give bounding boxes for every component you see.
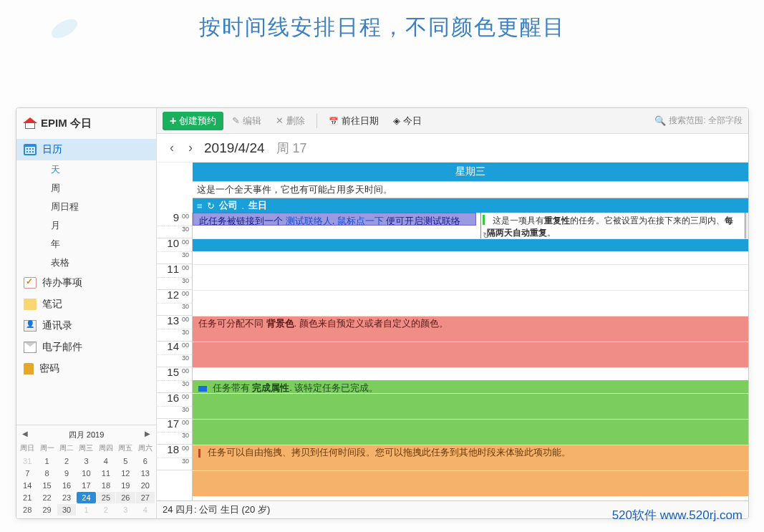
mini-cal-day[interactable]: 3 [77,455,95,467]
tooltip-marker [483,215,485,225]
birthday-event[interactable]: ≡ 公司. 生日 [193,198,748,213]
mini-cal-prev[interactable]: ◀ [22,430,28,437]
nav-view-grid[interactable]: 表格 [16,253,156,272]
mini-cal-day[interactable]: 10 [77,468,95,479]
mini-cal-day[interactable]: 1 [37,455,56,467]
current-date: 2019/4/24 [204,140,265,156]
mini-cal-day[interactable]: 27 [136,492,155,503]
mini-cal-day[interactable]: 19 [116,480,135,491]
time-column: 9003010003011003012003013003014003015003… [157,213,193,500]
password-icon [24,363,34,374]
mini-cal-day[interactable]: 5 [116,455,135,467]
mini-cal-day[interactable]: 21 [18,492,37,503]
today-icon [393,115,400,126]
nav-mail-label: 电子邮件 [42,341,82,354]
mini-cal-day[interactable]: 31 [18,455,37,467]
current-week: 周 17 [276,140,307,157]
next-day-button[interactable]: › [185,139,195,157]
mini-cal-day[interactable]: 24 [77,492,95,503]
e1-link-contact[interactable]: 测试联络人 [286,216,332,226]
mini-cal-next[interactable]: ▶ [145,430,150,437]
toolbar: 创建预约 编辑 删除 前往日期 今日 搜索范围: 全部字段 [157,108,748,134]
delete-icon [276,115,284,126]
search-box[interactable]: 搜索范围: 全部字段 [654,115,743,127]
today-button[interactable]: 今日 [387,112,427,130]
home-icon [24,119,37,129]
nav-mail[interactable]: 电子邮件 [16,337,156,358]
allday-event[interactable]: 这是一个全天事件，它也有可能占用多天时间。 [193,181,748,198]
mini-cal-day[interactable]: 8 [37,468,56,479]
edit-label: 编辑 [243,115,261,127]
recurring-icon [207,200,215,211]
mini-cal-day[interactable]: 16 [57,480,76,491]
mini-cal-day[interactable]: 1 [77,504,95,516]
prev-day-button[interactable]: ‹ [167,139,177,157]
calendar-icon [24,144,37,155]
mini-cal-day[interactable]: 9 [57,468,76,479]
search-placeholder: 搜索范围: 全部字段 [669,115,743,127]
delete-button[interactable]: 删除 [270,112,311,130]
mini-cal-day[interactable]: 28 [18,504,37,516]
mini-cal-day[interactable]: 26 [116,492,135,503]
app-window: EPIM 今日 日历 天 周 周日程 月 年 表格 待办事项 笔记 通讯录 [16,107,749,519]
mini-cal-day[interactable]: 23 [57,492,76,503]
nav-todo[interactable]: 待办事项 [16,272,156,294]
schedule-grid: 9003010003011003012003013003014003015003… [157,213,748,500]
mini-cal-day[interactable]: 13 [136,468,155,479]
nav-notes[interactable]: 笔记 [16,294,156,315]
mini-cal-day[interactable]: 20 [136,480,155,491]
mini-cal-day[interactable]: 30 [57,504,76,516]
mini-calendar: ◀ 四月 2019 ▶ 周日周一周二周三周四周五周六31123456789101… [16,425,156,518]
mini-cal-day[interactable]: 3 [116,504,135,516]
new-appointment-button[interactable]: 创建预约 [163,112,223,130]
event-column[interactable]: 此任务被链接到一个 测试联络人. 鼠标点一下 便可开启测试联络人。 这是一项具有… [193,213,748,500]
nav-view-week-agenda[interactable]: 周日程 [16,198,156,216]
mini-cal-day[interactable]: 12 [116,468,135,479]
completed-tag-icon [198,386,207,392]
nav-password[interactable]: 密码 [16,358,156,379]
nav-view-month[interactable]: 月 [16,216,156,235]
nav-view-day[interactable]: 天 [16,160,156,179]
mini-cal-day[interactable]: 15 [37,480,56,491]
mini-cal-day[interactable]: 29 [37,504,56,516]
nav-contacts-label: 通讯录 [42,319,72,332]
e1-link-click[interactable]: 鼠标点一下 [337,216,384,226]
nav-view-year[interactable]: 年 [16,235,156,253]
mini-cal-day[interactable]: 4 [136,504,155,516]
mail-icon [24,342,37,353]
goto-date-button[interactable]: 前往日期 [323,112,385,130]
nav-contacts[interactable]: 通讯录 [16,315,156,337]
nav-notes-label: 笔记 [42,298,62,311]
mini-cal-day[interactable]: 18 [97,480,115,491]
nav-password-label: 密码 [39,362,59,375]
birthday-label: 生日 [248,199,267,212]
mini-cal-day[interactable]: 17 [77,480,95,491]
goto-icon [329,115,339,126]
mini-cal-day[interactable]: 14 [18,480,37,491]
divider [316,114,317,128]
event-linked-contact[interactable]: 此任务被链接到一个 测试联络人. 鼠标点一下 便可开启测试联络人。 [193,213,476,226]
notes-icon [24,299,37,310]
nav-view-week[interactable]: 周 [16,179,156,198]
watermark: 520软件 www.520rj.com [612,507,743,523]
event-blue-strip[interactable] [193,238,748,251]
contacts-icon [24,320,37,332]
mini-cal-day[interactable]: 11 [97,468,115,479]
mini-cal-day[interactable]: 4 [97,455,115,467]
mini-cal-day[interactable]: 2 [97,504,115,516]
mini-cal-header: ◀ 四月 2019 ▶ [18,428,155,442]
nav-calendar[interactable]: 日历 [16,139,156,160]
priority-bar-icon [198,449,200,458]
todo-icon [24,277,37,289]
day-of-week-header: 星期三 [193,163,748,181]
mini-cal-day[interactable]: 25 [97,492,115,503]
mini-cal-day[interactable]: 7 [18,468,37,479]
mini-cal-day[interactable]: 2 [57,455,76,467]
delete-label: 删除 [286,115,305,127]
mini-cal-day[interactable]: 6 [136,455,155,467]
edit-button[interactable]: 编辑 [226,112,267,130]
e1-text: 此任务被链接到一个 [199,216,286,226]
app-title: EPIM 今日 [16,108,156,139]
event-completed[interactable]: 任务带有 完成属性. 该特定任务已完成。 [193,380,748,445]
mini-cal-day[interactable]: 22 [37,492,56,503]
